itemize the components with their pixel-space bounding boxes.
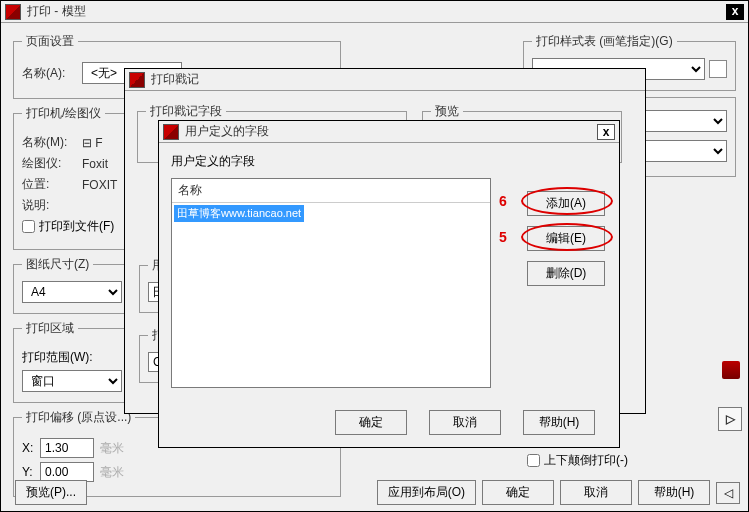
offset-y-label: Y:	[22, 465, 40, 479]
offset-x-input[interactable]	[40, 438, 94, 458]
bottom-bar: 预览(P)... 应用到布局(O) 确定 取消 帮助(H) ◁	[9, 480, 740, 505]
upside-down-label: 上下颠倒打印(-)	[544, 452, 628, 469]
preview-button[interactable]: 预览(P)...	[15, 480, 87, 505]
printer-legend: 打印机/绘图仪	[22, 105, 105, 122]
stamp-fields-legend: 打印戳记字段	[146, 103, 226, 120]
plot-style-legend: 打印样式表 (画笔指定)(G)	[532, 33, 677, 50]
offset-unit-1: 毫米	[100, 440, 124, 457]
dlg2-titlebar: 打印戳记	[125, 69, 645, 91]
dlg3-cancel-button[interactable]: 取消	[429, 410, 501, 435]
scope-select[interactable]: 窗口	[22, 370, 122, 392]
close-icon[interactable]: x	[597, 124, 615, 140]
stamp-preview-legend: 预览	[431, 103, 463, 120]
main-titlebar: 打印 - 模型 x	[1, 1, 748, 23]
print-area-legend: 打印区域	[22, 320, 78, 337]
orientation-letter: ▷	[726, 412, 735, 426]
edit-button[interactable]: 编辑(E)	[527, 226, 605, 251]
upside-down-checkbox[interactable]	[527, 454, 540, 467]
scope-label: 打印范围(W):	[22, 349, 102, 366]
print-to-file-checkbox[interactable]	[22, 220, 35, 233]
main-title: 打印 - 模型	[27, 3, 726, 20]
dlg3-titlebar: 用户定义的字段 x	[159, 121, 619, 143]
offset-unit-2: 毫米	[100, 464, 124, 481]
location-label: 位置:	[22, 176, 82, 193]
app-logo-icon	[129, 72, 145, 88]
plotter-label: 绘图仪:	[22, 155, 82, 172]
desc-label: 说明:	[22, 197, 82, 214]
paper-size-select[interactable]: A4	[22, 281, 122, 303]
close-icon[interactable]: x	[726, 4, 744, 20]
list-item[interactable]: 田草博客www.tiancao.net	[174, 205, 304, 222]
page-name-label: 名称(A):	[22, 65, 82, 82]
user-fields-list[interactable]: 名称 田草博客www.tiancao.net	[171, 178, 491, 388]
app-logo-icon	[163, 124, 179, 140]
offset-y-input[interactable]	[40, 462, 94, 482]
plot-style-edit-icon[interactable]	[709, 60, 727, 78]
offset-x-label: X:	[22, 441, 40, 455]
paper-size-legend: 图纸尺寸(Z)	[22, 256, 93, 273]
annotation-number-6: 6	[499, 193, 507, 209]
dlg2-title: 打印戳记	[151, 71, 641, 88]
offset-legend: 打印偏移 (原点设...)	[22, 409, 135, 426]
printer-name-label: 名称(M):	[22, 134, 82, 151]
add-button[interactable]: 添加(A)	[527, 191, 605, 216]
delete-button[interactable]: 删除(D)	[527, 261, 605, 286]
apply-layout-button[interactable]: 应用到布局(O)	[377, 480, 476, 505]
ok-button[interactable]: 确定	[482, 480, 554, 505]
help-button[interactable]: 帮助(H)	[638, 480, 710, 505]
user-fields-dialog: 用户定义的字段 x 用户定义的字段 名称 田草博客www.tiancao.net…	[158, 120, 620, 448]
dlg3-help-button[interactable]: 帮助(H)	[523, 410, 595, 435]
orientation-indicator: ▷	[718, 407, 742, 431]
app-logo-icon	[5, 4, 21, 20]
annotation-number-5: 5	[499, 229, 507, 245]
cancel-button[interactable]: 取消	[560, 480, 632, 505]
expand-button[interactable]: ◁	[716, 482, 740, 504]
print-to-file-label: 打印到文件(F)	[39, 218, 114, 235]
dlg3-ok-button[interactable]: 确定	[335, 410, 407, 435]
list-column-name: 名称	[172, 179, 490, 203]
dlg3-subtitle: 用户定义的字段	[171, 153, 607, 170]
stamp-icon[interactable]	[722, 361, 740, 379]
page-setup-legend: 页面设置	[22, 33, 78, 50]
dlg3-title: 用户定义的字段	[185, 123, 597, 140]
